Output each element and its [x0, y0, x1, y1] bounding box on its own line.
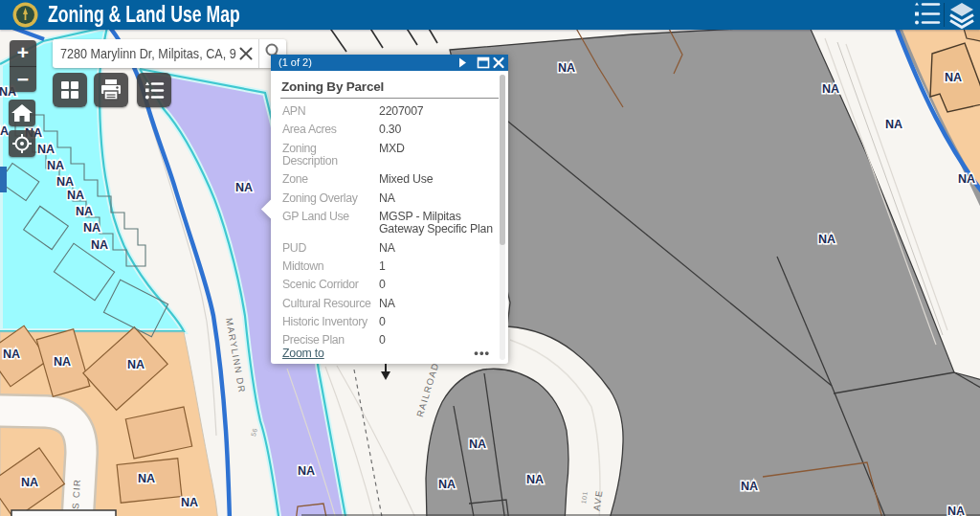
na-parcel-label: NA [885, 118, 902, 131]
attribute-value: NA [379, 298, 500, 310]
plus-icon: + [10, 40, 36, 65]
attribute-label: Scenic Corridor [282, 279, 379, 291]
home-button[interactable] [9, 100, 35, 126]
building-white [11, 510, 116, 516]
header-divider [944, 3, 945, 27]
popup-maximize-button[interactable] [476, 55, 491, 71]
attribute-row: Midtown1 [282, 260, 500, 273]
legend-icon [910, 0, 945, 30]
header-legend-button[interactable] [910, 0, 945, 30]
attribute-row: ZoneMixed Use [282, 173, 500, 186]
attribute-value: Mixed Use [379, 173, 500, 186]
na-parcel-label: NA [54, 355, 71, 369]
header-layers-button[interactable] [946, 0, 978, 30]
zoom-to-link[interactable]: Zoom to [282, 347, 324, 360]
attribute-label: PUD [282, 242, 379, 255]
na-parcel-label: NA [47, 159, 64, 172]
popup-more-button[interactable]: ••• [474, 346, 490, 360]
layers-icon [946, 0, 978, 30]
attribute-value: MGSP - Milpitas Gateway Specific Plan [379, 211, 500, 236]
attribute-value: MXD [379, 143, 500, 168]
zoom-out-button[interactable]: − [10, 66, 36, 92]
basemap-gallery-button[interactable] [53, 73, 87, 107]
app-window: NANANANANANANANANANANANANANANANANANANANA… [0, 0, 980, 516]
minus-icon: − [10, 67, 36, 92]
na-parcel-label: NA [235, 181, 253, 194]
attribute-row: Area Acres0.30 [282, 123, 500, 136]
popup-close-button[interactable] [491, 55, 506, 71]
attribute-value: NA [379, 242, 500, 255]
attribute-label: Zone [282, 173, 379, 186]
printer-icon [94, 73, 128, 107]
app-header: Zoning & Land Use Map [0, 0, 980, 30]
grid-icon [53, 73, 87, 107]
na-parcel-label: NA [945, 71, 962, 84]
popup-next-button[interactable] [455, 55, 470, 71]
side-panel-tab[interactable] [0, 167, 7, 192]
attribute-row: Zoning DescriptionMXD [282, 143, 500, 168]
attribute-value: 1 [379, 260, 500, 273]
na-parcel-label: NA [558, 61, 575, 75]
na-parcel-label: NA [37, 143, 55, 156]
na-parcel-label: NA [127, 358, 145, 371]
attribute-row: Historic Inventory0 [282, 316, 500, 328]
na-parcel-label: NA [822, 82, 839, 96]
popup-scrollbar[interactable] [500, 75, 505, 360]
na-parcel-label: NA [741, 480, 758, 493]
popup-title-divider [280, 98, 499, 99]
attribute-label: Cultural Resource [282, 298, 379, 310]
na-parcel-label: NA [469, 437, 486, 451]
popup-titlebar[interactable]: (1 of 2) [271, 55, 508, 71]
na-parcel-label: NA [83, 221, 100, 235]
search-widget [53, 39, 286, 68]
city-seal-logo [12, 2, 38, 28]
attribute-row: APN2207007 [282, 105, 500, 118]
next-arrow-icon [455, 55, 470, 71]
attribute-label: Area Acres [282, 123, 379, 136]
attribute-label: Zoning Description [282, 143, 379, 168]
na-parcel-label: NA [138, 472, 155, 485]
na-parcel-label: NA [438, 478, 456, 491]
na-parcel-label: NA [181, 496, 198, 509]
attribute-row: Zoning OverlayNA [282, 192, 500, 205]
attribute-label: GP Land Use [282, 211, 379, 236]
popup-footer: Zoom to ••• [282, 346, 497, 361]
zoom-control: + − [10, 40, 36, 92]
search-clear-button[interactable] [238, 46, 254, 61]
bulleted-list-icon [137, 73, 171, 107]
na-parcel-label: NA [67, 189, 84, 202]
crosshair-icon [9, 130, 35, 157]
attribute-row: Cultural ResourceNA [282, 298, 500, 310]
home-icon [9, 100, 35, 126]
na-parcel-label: NA [958, 172, 975, 186]
popup-pager: (1 of 2) [278, 55, 312, 71]
attribute-row: PUDNA [282, 242, 500, 255]
na-parcel-label: NA [21, 476, 38, 489]
na-parcel-label: NA [56, 175, 74, 189]
feature-popup: (1 of 2) [271, 55, 508, 364]
attribute-label: APN [282, 105, 379, 118]
attribute-row: Scenic Corridor0 [282, 279, 500, 291]
locate-button[interactable] [9, 130, 35, 157]
attribute-row: GP Land UseMGSP - Milpitas Gateway Speci… [282, 211, 500, 236]
maximize-icon [476, 55, 491, 71]
close-x-icon [238, 46, 254, 61]
na-parcel-label: NA [3, 348, 20, 361]
popup-scrollbar-thumb[interactable] [500, 75, 505, 245]
attribute-value: 0 [379, 279, 500, 291]
zoom-in-button[interactable]: + [10, 40, 36, 66]
na-parcel-label: NA [298, 464, 315, 478]
search-input[interactable] [60, 39, 245, 68]
attribute-value: 0 [379, 316, 500, 328]
attribute-label: Historic Inventory [282, 316, 379, 328]
attribute-table: APN2207007Area Acres0.30Zoning Descripti… [282, 105, 500, 353]
attribute-value: NA [379, 192, 500, 205]
attribute-label: Midtown [282, 260, 379, 273]
print-button[interactable] [94, 73, 128, 107]
popup-body: Zoning By Parcel APN2207007Area Acres0.3… [271, 71, 508, 364]
na-parcel-label: NA [0, 124, 9, 138]
popup-title: Zoning By Parcel [281, 79, 384, 94]
attribute-value: 0.30 [379, 123, 500, 136]
legend-button[interactable] [137, 73, 171, 107]
na-parcel-label: NA [76, 205, 93, 218]
